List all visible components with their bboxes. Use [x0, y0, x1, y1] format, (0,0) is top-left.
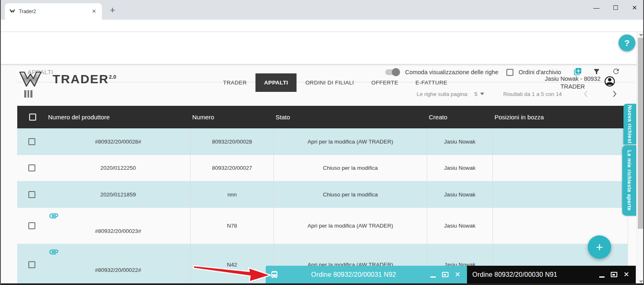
- row-view-toggle-label: Comoda visualizzazione delle righe: [405, 69, 498, 75]
- cell-number: nnn: [190, 181, 274, 208]
- close-window-button[interactable]: ✕: [451, 269, 464, 281]
- add-order-fab[interactable]: +: [588, 235, 611, 259]
- tab-strip: Trader2 ✕ + — ☐ ✕: [1, 0, 644, 20]
- table-row[interactable]: #80932/20/00023# N78 Apri per la modific…: [17, 208, 628, 244]
- row-checkbox[interactable]: [28, 222, 35, 229]
- cell-number: 80932/20/00028: [190, 128, 274, 155]
- cell-draft-positions: [492, 128, 628, 155]
- column-settings-button[interactable]: [24, 90, 32, 98]
- col-draft-positions[interactable]: Posizioni in bozza: [492, 106, 628, 128]
- close-window-button[interactable]: ✕: [620, 269, 632, 281]
- cell-number: 80932/20/00027: [190, 155, 274, 181]
- browser-toolbar: trader.wisniowski.pl/app/trader/orders ⋮: [1, 20, 644, 32]
- browser-tab[interactable]: Trader2 ✕: [5, 3, 102, 20]
- nav-trader[interactable]: TRADER: [214, 73, 255, 92]
- cell-draft-positions: [492, 155, 628, 181]
- minimized-window-title: Ordine 80932/20/00030 N91: [467, 271, 596, 278]
- col-number[interactable]: Numero: [190, 106, 274, 128]
- help-button[interactable]: ?: [619, 34, 635, 51]
- results-range: Risultati da 1 a 5 con 14: [503, 91, 562, 97]
- annotation-arrow: [188, 261, 276, 284]
- browser-window: Trader2 ✕ + — ☐ ✕ trader.wisniowski.pl/a…: [0, 0, 644, 285]
- window-maximize-button[interactable]: ☐: [610, 2, 622, 13]
- archive-orders-checkbox[interactable]: [506, 69, 513, 76]
- restore-icon: [611, 272, 617, 277]
- window-bottom-frame: [1, 283, 644, 285]
- add-multiple-button[interactable]: [573, 67, 582, 78]
- tab-title: Trader2: [19, 9, 90, 14]
- cell-created: Jasiu Nowak: [427, 128, 492, 155]
- scroll-down-icon[interactable]: [639, 280, 643, 283]
- restore-window-button[interactable]: [608, 269, 620, 281]
- prev-page-button[interactable]: [581, 89, 591, 99]
- cell-status: Chiuso per la modifica: [274, 155, 427, 181]
- refresh-icon: [612, 67, 620, 75]
- row-checkbox[interactable]: [28, 138, 35, 145]
- rows-per-page-value[interactable]: 5: [474, 91, 477, 97]
- table-tools: Comoda visualizzazione delle righe Ordin…: [385, 66, 620, 78]
- brand-name: TRADER2.0: [53, 72, 116, 86]
- nav-ordini-di-filiali[interactable]: ORDINI DI FILIALI: [297, 73, 363, 92]
- next-page-button[interactable]: [610, 89, 619, 99]
- cell-created: Jasiu Nowak: [427, 181, 492, 208]
- table-header: Numero del produttore Numero Stato Creat…: [17, 106, 628, 128]
- cell-producer-number: #80932/20/00023#: [95, 228, 141, 234]
- favicon-w-icon: [9, 9, 16, 14]
- tab-close-icon[interactable]: ✕: [90, 8, 98, 15]
- minimized-window-title: Ordine 80932/20/00031 N92: [281, 271, 427, 278]
- nav-appalti[interactable]: APPALTI: [255, 73, 297, 92]
- cell-created: Jasiu Nowak: [427, 208, 492, 244]
- cell-status: Apri per la modifica (AW TRADER): [274, 208, 427, 244]
- pagination: Le righe sulla pagina: 5 Risultati da 1 …: [417, 89, 620, 99]
- library-add-icon: [573, 67, 582, 76]
- cell-status: Apri per la modifica (AW TRADER): [274, 128, 427, 155]
- row-checkbox[interactable]: [28, 191, 35, 198]
- table-row[interactable]: #80932/20/00028# 80932/20/00028 Apri per…: [17, 128, 628, 155]
- rows-per-page-caret-icon[interactable]: [480, 93, 484, 95]
- row-view-toggle[interactable]: [385, 69, 399, 75]
- attachment-icon[interactable]: [48, 246, 59, 258]
- app-header: TRADER2.0 TRADER APPALTI ORDINI DI FILIA…: [1, 32, 644, 64]
- new-request-tab[interactable]: Nuova richiest: [623, 104, 636, 144]
- table-row[interactable]: 2020/0122250 80932/20/00027 Chiuso per l…: [17, 155, 628, 181]
- filter-button[interactable]: [593, 68, 600, 77]
- cell-producer-number: #80932/20/00022#: [95, 267, 141, 273]
- archive-orders-label: Ordini d'archivio: [518, 69, 561, 75]
- cell-draft-positions: [492, 181, 628, 208]
- col-producer-number[interactable]: Numero del produttore: [46, 106, 190, 128]
- cell-created: Jasiu Nowak: [427, 155, 492, 181]
- cell-number: N78: [190, 208, 274, 244]
- toggle-knob: [392, 68, 400, 76]
- minimize-window-button[interactable]: [596, 269, 608, 281]
- scrollbar-thumb[interactable]: [638, 38, 644, 229]
- new-tab-button[interactable]: +: [107, 5, 118, 16]
- cell-status: Chiuso per la modifica: [274, 181, 427, 208]
- scroll-up-icon[interactable]: [639, 34, 643, 36]
- minimized-order-window[interactable]: Ordine 80932/20/00031 N92 ✕: [266, 266, 467, 283]
- account-button[interactable]: [605, 76, 615, 88]
- row-checkbox[interactable]: [28, 164, 35, 171]
- attachment-icon[interactable]: [48, 210, 59, 222]
- page-scrollbar[interactable]: [637, 32, 644, 285]
- window-minimize-button[interactable]: —: [590, 2, 603, 13]
- window-close-button[interactable]: ✕: [628, 2, 641, 13]
- brand-version: 2.0: [109, 74, 116, 80]
- col-created[interactable]: Creato: [427, 106, 492, 128]
- minimize-window-button[interactable]: [427, 269, 439, 281]
- my-open-requests-tab[interactable]: Le mie richieste aperte: [622, 145, 636, 216]
- app-logo[interactable]: TRADER2.0: [17, 70, 116, 88]
- cell-producer-number: 2020/0122250: [46, 155, 190, 181]
- refresh-button[interactable]: [612, 67, 620, 77]
- filter-icon: [593, 68, 600, 75]
- wisniowski-logo-icon: [17, 70, 44, 88]
- cell-producer-number: 2020/0121859: [46, 181, 190, 208]
- minimized-order-window[interactable]: Ordine 80932/20/00030 N91 ✕: [467, 266, 636, 283]
- col-status[interactable]: Stato: [274, 106, 427, 128]
- select-all-checkbox[interactable]: [29, 114, 36, 121]
- rows-per-page-label: Le righe sulla pagina:: [417, 91, 469, 97]
- table-row[interactable]: 2020/0121859 nnn Chiuso per la modifica …: [17, 181, 628, 208]
- restore-window-button[interactable]: [439, 269, 451, 281]
- row-checkbox[interactable]: [28, 261, 35, 268]
- cell-producer-number: #80932/20/00028#: [46, 128, 190, 155]
- restore-icon: [442, 272, 448, 277]
